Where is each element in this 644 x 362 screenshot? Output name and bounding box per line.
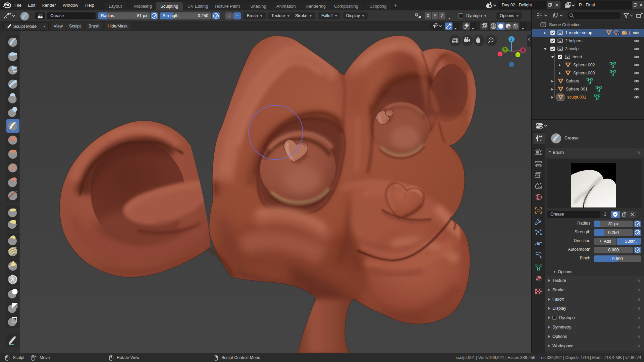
- svg-text:X: X: [522, 49, 524, 52]
- svg-text:Y: Y: [504, 48, 506, 52]
- svg-text:Z: Z: [511, 38, 513, 41]
- svg-text:9: 9: [618, 33, 619, 36]
